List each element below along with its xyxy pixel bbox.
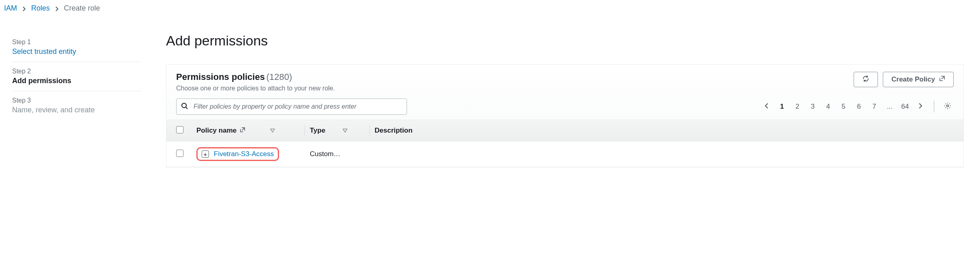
page-5[interactable]: 5 (837, 101, 850, 113)
step-title: Add permissions (12, 77, 142, 85)
external-link-icon (939, 75, 945, 84)
breadcrumb-roles[interactable]: Roles (31, 4, 50, 12)
page-ellipsis: ... (884, 101, 896, 113)
search-icon (181, 103, 188, 111)
step-title: Select trusted entity (12, 47, 142, 56)
wizard-steps: Step 1 Select trusted entity Step 2 Add … (8, 33, 150, 167)
col-description[interactable]: Description (375, 127, 413, 134)
refresh-icon (862, 75, 869, 84)
step-2: Step 2 Add permissions (12, 62, 142, 91)
select-all-checkbox[interactable] (176, 126, 183, 133)
page-3[interactable]: 3 (807, 101, 819, 113)
breadcrumb-iam[interactable]: IAM (4, 4, 17, 12)
svg-line-1 (186, 107, 187, 109)
row-checkbox[interactable] (176, 150, 183, 157)
divider (934, 101, 934, 112)
chevron-right-icon (55, 5, 61, 12)
col-type[interactable]: Type (310, 127, 325, 135)
policy-type: Custom… (310, 150, 375, 158)
refresh-button[interactable] (854, 72, 878, 87)
table-settings-button[interactable] (942, 101, 954, 113)
step-number: Step 1 (12, 39, 142, 46)
sort-icon[interactable] (343, 127, 352, 135)
gear-icon (944, 102, 951, 112)
panel-title: Permissions policies (176, 72, 265, 82)
step-title: Name, review, and create (12, 106, 142, 114)
pagination: 1 2 3 4 5 6 7 ... 64 (761, 101, 954, 113)
sort-icon[interactable] (270, 127, 280, 135)
chevron-left-icon (765, 103, 769, 111)
step-1[interactable]: Step 1 Select trusted entity (12, 33, 142, 62)
svg-point-0 (182, 103, 186, 108)
page-next[interactable] (914, 101, 927, 113)
table-row: + Fivetran-S3-Access Custom… (166, 142, 963, 167)
policy-search-input[interactable] (176, 99, 407, 115)
policy-count: (1280) (266, 72, 292, 82)
expand-icon[interactable]: + (202, 150, 209, 158)
step-number: Step 2 (12, 68, 142, 75)
chevron-right-icon (22, 5, 28, 12)
breadcrumb: IAM Roles Create role (0, 0, 980, 25)
create-policy-button[interactable]: Create Policy (883, 72, 954, 87)
col-divider (305, 125, 305, 136)
chevron-right-icon (918, 103, 922, 111)
table-header: Policy name Type (166, 120, 963, 142)
step-3: Step 3 Name, review, and create (12, 91, 142, 120)
page-last[interactable]: 64 (899, 101, 911, 113)
page-1[interactable]: 1 (776, 101, 788, 113)
col-policy-name[interactable]: Policy name (196, 127, 236, 135)
external-link-icon (240, 127, 245, 135)
svg-point-2 (947, 105, 949, 107)
policy-name-link[interactable]: Fivetran-S3-Access (214, 150, 274, 158)
page-4[interactable]: 4 (822, 101, 834, 113)
permissions-panel: Permissions policies (1280) Choose one o… (166, 64, 964, 167)
highlight-annotation: + Fivetran-S3-Access (196, 147, 279, 161)
panel-description: Choose one or more policies to attach to… (176, 85, 335, 92)
page-2[interactable]: 2 (791, 101, 803, 113)
create-policy-label: Create Policy (891, 75, 935, 84)
breadcrumb-current: Create role (64, 4, 100, 12)
page-title: Add permissions (166, 33, 964, 49)
page-6[interactable]: 6 (853, 101, 865, 113)
col-divider (369, 125, 370, 136)
step-number: Step 3 (12, 97, 142, 104)
page-prev[interactable] (761, 101, 773, 113)
page-7[interactable]: 7 (868, 101, 880, 113)
